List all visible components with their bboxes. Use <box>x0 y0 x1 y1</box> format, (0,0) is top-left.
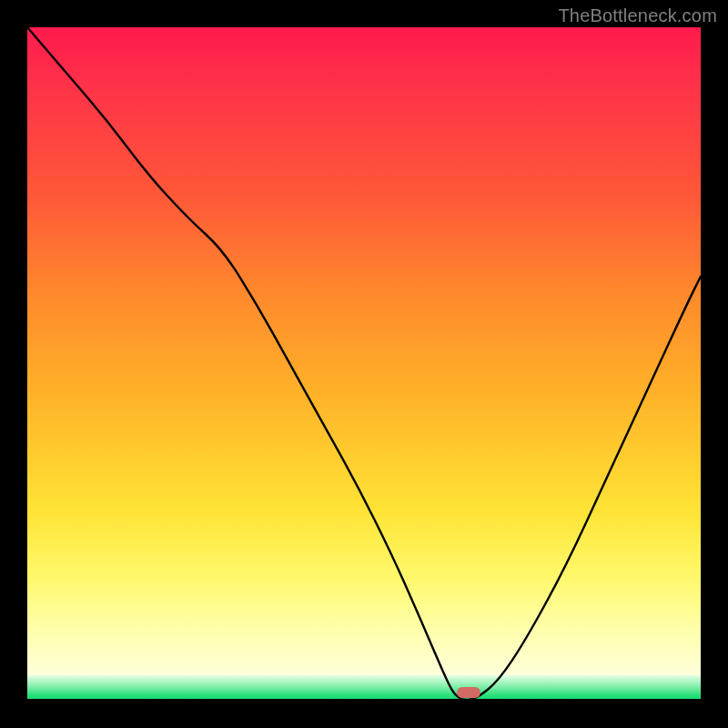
curve-path <box>27 27 701 700</box>
plot-area <box>27 27 701 701</box>
chart-frame: TheBottleneck.com <box>0 0 728 728</box>
watermark-text: TheBottleneck.com <box>558 5 717 26</box>
valley-marker <box>457 687 480 698</box>
bottleneck-curve <box>27 27 701 701</box>
